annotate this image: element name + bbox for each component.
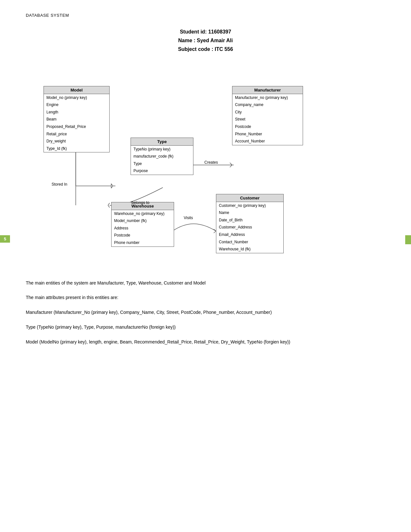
cust-attr-2: Date_of_Birth	[216, 217, 283, 224]
cust-attr-6: Warehouse_Id (fk)	[216, 246, 283, 253]
type-attr-0: TypeNo (primary key)	[131, 146, 193, 153]
model-entity-header: Model	[44, 86, 109, 94]
customer-entity-header: Customer	[216, 194, 283, 202]
customer-entity: Customer Customer_no (primary key) Name …	[216, 194, 284, 253]
manufacturer-entity-header: Manufacturer	[232, 86, 303, 94]
student-id: Student id: 11608397	[26, 27, 385, 36]
belongs-to-label: belongs to	[132, 200, 149, 205]
para-1: The main attributes present in this enti…	[26, 294, 385, 302]
student-name: Name : Syed Amair Ali	[26, 36, 385, 45]
svg-line-13	[230, 163, 232, 165]
wh-attr-0: Warehouse_no (primary Key)	[112, 210, 174, 218]
creates-label: Creates	[204, 160, 218, 165]
model-attr-6: Dry_weight	[44, 138, 109, 145]
page-header: DATABASE SYSTEM	[26, 13, 385, 18]
mfr-attr-6: Account_Number	[232, 138, 303, 145]
title-block: Student id: 11608397 Name : Syed Amair A…	[26, 27, 385, 54]
para-0: The main entities of the system are Manu…	[26, 279, 385, 287]
model-attr-1: Engine	[44, 101, 109, 109]
model-attr-0: Model_no (primary key)	[44, 94, 109, 102]
svg-line-20	[108, 205, 110, 208]
mfr-attr-1: Company_name	[232, 101, 303, 109]
model-entity: Model Model_no (primary key) Engine Leng…	[44, 86, 110, 153]
model-attr-7: Type_Id (fk)	[44, 145, 109, 152]
para-4: Model (ModelNo (primary key), length, en…	[26, 338, 385, 346]
svg-line-10	[111, 186, 113, 188]
model-attr-4: Proposed_Retail_Price	[44, 123, 109, 131]
side-bar-right	[405, 235, 411, 244]
svg-line-14	[230, 165, 232, 167]
visits-label: Visits	[184, 216, 193, 220]
warehouse-entity: Warehouse Warehouse_no (primary Key) Mod…	[111, 202, 174, 247]
type-attr-2: Type	[131, 160, 193, 168]
mfr-attr-5: Phone_Number	[232, 131, 303, 138]
wh-attr-3: Postcode	[112, 232, 174, 239]
svg-line-22	[214, 231, 216, 233]
type-attr-1: manufacturer_code (fk)	[131, 153, 193, 160]
subject-code: Subject code : ITC 556	[26, 45, 385, 53]
cust-attr-5: Contact_Number	[216, 238, 283, 246]
model-attr-3: Beam	[44, 116, 109, 123]
wh-attr-2: Address	[112, 225, 174, 232]
svg-line-19	[108, 203, 110, 205]
cust-attr-0: Customer_no (primary key)	[216, 202, 283, 209]
type-attr-3: Purpose	[131, 167, 193, 175]
wh-attr-4: Phone number	[112, 239, 174, 247]
cust-attr-4: Email_Address	[216, 231, 283, 238]
model-attr-5: Retail_price	[44, 131, 109, 138]
manufacturer-entity: Manufacturer Manufacturer_no (primary ke…	[232, 86, 303, 145]
svg-line-21	[214, 229, 216, 231]
cust-attr-3: Customer_Address	[216, 224, 283, 231]
er-diagram: Model Model_no (primary key) Engine Leng…	[26, 67, 385, 266]
svg-line-9	[111, 184, 113, 186]
cust-attr-1: Name	[216, 209, 283, 217]
page-number: 5	[0, 235, 10, 243]
stored-in-label: Stored In	[52, 182, 67, 187]
mfr-attr-0: Manufacturer_no (primary key)	[232, 94, 303, 102]
para-2: Manufacturer (Manufacturer_No (primary k…	[26, 309, 385, 316]
type-entity: Type TypeNo (primary key) manufacturer_c…	[131, 138, 193, 175]
para-3: Type (TypeNo (primary key), Type, Purpos…	[26, 324, 385, 331]
type-entity-header: Type	[131, 138, 193, 146]
mfr-attr-4: Postcode	[232, 123, 303, 131]
wh-attr-1: Model_number (fk)	[112, 217, 174, 225]
mfr-attr-3: Street	[232, 116, 303, 123]
model-attr-2: Length	[44, 109, 109, 116]
mfr-attr-2: City	[232, 109, 303, 116]
